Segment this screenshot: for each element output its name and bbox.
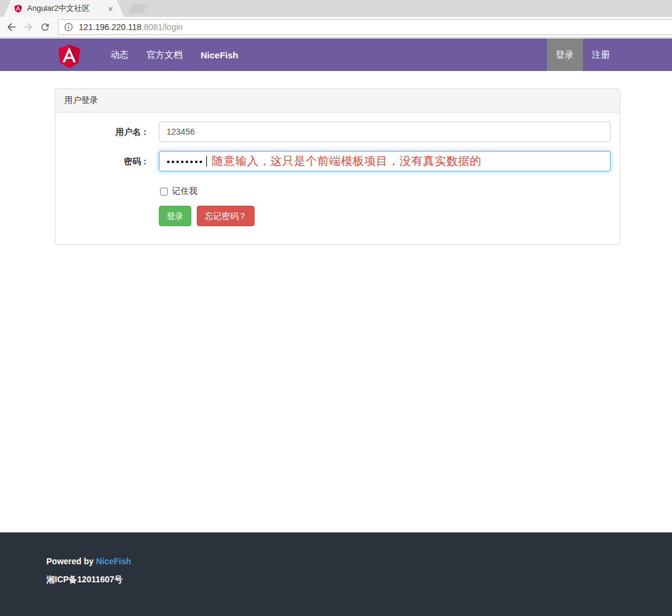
login-button[interactable]: 登录 — [159, 206, 191, 226]
tab-title: Angular2中文社区 — [27, 3, 105, 14]
angular-favicon-icon — [13, 4, 23, 13]
button-row: 登录 忘记密码？ — [159, 206, 611, 226]
url-text: 121.196.220.118:8081/login — [79, 22, 183, 32]
nicefish-link[interactable]: NiceFish — [96, 556, 131, 566]
nav-item-register[interactable]: 注册 — [583, 38, 619, 71]
page-info-icon[interactable] — [63, 22, 74, 32]
browser-toolbar: 121.196.220.118:8081/login — [0, 17, 672, 38]
refresh-icon — [40, 22, 51, 32]
forgot-password-button[interactable]: 忘记密码？ — [197, 206, 254, 226]
nav-item-docs[interactable]: 官方文档 — [138, 38, 192, 71]
address-bar[interactable]: 121.196.220.118:8081/login — [58, 19, 672, 35]
icp-number: 湘ICP备12011607号 — [46, 574, 672, 585]
url-host: 121.196.220.118 — [79, 22, 141, 32]
back-button[interactable] — [4, 19, 19, 35]
text-cursor — [206, 156, 207, 167]
angular-logo[interactable] — [55, 40, 84, 72]
remember-me-label: 记住我 — [172, 186, 197, 197]
remember-me-checkbox[interactable] — [160, 188, 168, 196]
login-panel: 用户登录 用户名： 密码： 随意输入，这只是个前端模板项目，没有真实数据的 记住… — [55, 88, 620, 245]
nav-item-login[interactable]: 登录 — [547, 38, 583, 71]
remember-me-row: 记住我 — [159, 180, 611, 197]
password-label: 密码： — [64, 151, 159, 171]
page: Angular2中文社区 × 121.196. — [0, 0, 672, 616]
site-footer: Powered by NiceFish 湘ICP备12011607号 — [0, 532, 672, 616]
forward-button[interactable] — [20, 19, 36, 35]
username-field-wrap — [159, 122, 611, 142]
browser-tab[interactable]: Angular2中文社区 × — [4, 0, 124, 17]
tab-close-icon[interactable]: × — [108, 4, 113, 13]
site-navbar: 动态 官方文档 NiceFish 登录 注册 — [0, 38, 672, 71]
panel-title: 用户登录 — [55, 89, 620, 112]
username-label: 用户名： — [64, 122, 159, 142]
back-arrow-icon — [5, 21, 17, 33]
forward-arrow-icon — [22, 21, 34, 33]
navbar-right-links: 登录 注册 — [547, 38, 619, 71]
browser-tab-strip: Angular2中文社区 × — [0, 0, 672, 17]
password-field-wrap: 随意输入，这只是个前端模板项目，没有真实数据的 — [159, 151, 611, 171]
powered-by-line: Powered by NiceFish — [46, 556, 672, 566]
url-path: :8081/login — [141, 22, 183, 32]
navbar-container: 动态 官方文档 NiceFish 登录 注册 — [45, 38, 628, 71]
powered-by-text: Powered by — [46, 556, 94, 566]
new-tab-button[interactable] — [128, 4, 147, 13]
navbar-links: 动态 官方文档 NiceFish — [102, 38, 248, 71]
username-row: 用户名： — [64, 122, 611, 142]
footer-content: Powered by NiceFish 湘ICP备12011607号 — [0, 532, 672, 585]
login-form: 用户名： 密码： 随意输入，这只是个前端模板项目，没有真实数据的 记住我 登录 — [55, 112, 620, 244]
username-input[interactable] — [159, 122, 611, 142]
password-input[interactable] — [159, 151, 611, 171]
nav-item-dongtai[interactable]: 动态 — [102, 38, 138, 71]
nav-item-nicefish[interactable]: NiceFish — [192, 38, 248, 71]
password-row: 密码： 随意输入，这只是个前端模板项目，没有真实数据的 — [64, 151, 611, 171]
refresh-button[interactable] — [37, 19, 53, 35]
